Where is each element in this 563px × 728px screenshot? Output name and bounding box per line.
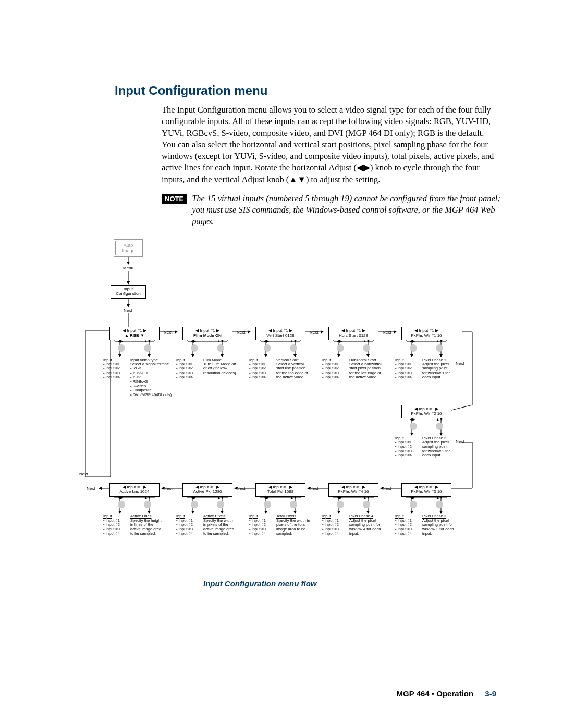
next-label: Next <box>237 330 245 335</box>
intro-paragraph: The Input Configuration menu allows you … <box>162 104 495 186</box>
next-label: Next <box>87 486 95 491</box>
screen-row1-1: ◀ Input #1 ▶Film Mode ON <box>182 327 232 340</box>
section-title: Input Configuration menu <box>115 83 500 98</box>
screen-row2-0: ◀ Input #1 ▶Active Lns 1024 <box>109 483 160 497</box>
screen-row1-2: ◀ Input #1 ▶Vert Start 0128 <box>255 327 305 340</box>
auto-image-box: AutoImage <box>114 239 143 257</box>
next-label: Next <box>164 486 172 491</box>
note-badge: NOTE <box>162 194 187 204</box>
next-label: Next <box>164 330 172 335</box>
next-label: Next <box>456 361 464 366</box>
page-footer: MGP 464 • Operation 3-9 <box>397 689 496 698</box>
next-label-left: Next <box>79 472 88 476</box>
screen-row1-3: ◀ Input #1 ▶Horz Start 0128 <box>328 327 378 340</box>
input-config-label: InputConfiguration <box>116 287 141 296</box>
note-text: The 15 virtual inputs (numbered 5 throug… <box>192 193 500 228</box>
next-label: Next <box>237 486 245 491</box>
screen-row2-4: ◀ Input #1 ▶PxPhs Win#3 16 <box>401 483 451 497</box>
next-label: Next <box>456 439 464 444</box>
next-label: Next <box>310 330 318 335</box>
flow-caption: Input Configuration menu flow <box>203 579 500 588</box>
menu-label: Menu <box>123 266 133 270</box>
screen-row2-2: ◀ Input #1 ▶Total Pxl 1688 <box>255 483 305 497</box>
screen-row2-3: ◀ Input #1 ▶PxPhs Win#4 16 <box>328 483 378 497</box>
footer-page-num: 3-9 <box>485 689 496 698</box>
auto-image-label: AutoImage <box>121 243 134 253</box>
screen-row1-4: ◀ Input #1 ▶PxPhs Win#1 16 <box>401 327 451 340</box>
next-label: Next <box>383 330 391 335</box>
svg-line-41 <box>451 405 472 410</box>
menu-flow-diagram: AutoImage Menu InputConfiguration Next ◀… <box>73 237 521 576</box>
input-config-box: InputConfiguration <box>111 285 146 299</box>
screen-row1-0: ◀ Input #1 ▶▲ RGB ▼ <box>109 327 160 340</box>
next-label: Next <box>310 486 318 491</box>
next-label-0: Next <box>124 308 132 313</box>
next-label: Next <box>383 486 391 491</box>
screen-mid: ◀ Input #1 ▶PxPhs Win#2 16 <box>401 405 451 418</box>
screen-row2-1: ◀ Input #1 ▶Active Pxl 1280 <box>182 483 232 497</box>
footer-text: MGP 464 • Operation <box>397 689 474 698</box>
